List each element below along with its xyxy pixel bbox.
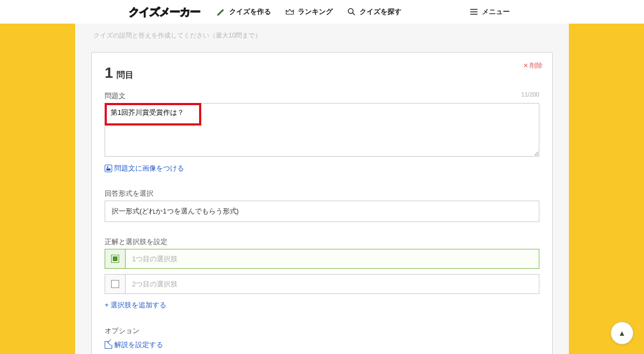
pencil-icon [216,7,226,17]
content-column: クイズの設問と答えを作成してください（最大10問まで） 削除 1 問目 問題文 … [75,24,569,354]
choice-2-input[interactable] [125,274,539,294]
nav-search-quiz[interactable]: クイズを探す [347,7,401,17]
options-label: オプション [105,326,539,336]
set-explanation-label: 解説を設定する [114,340,163,350]
menu-label: メニュー [482,7,510,17]
nav-create-label: クイズを作る [229,7,271,17]
checkbox-icon [111,255,119,263]
question-text-label-row: 問題文 11/200 [105,91,539,101]
nav-search-label: クイズを探す [360,7,401,17]
image-icon [105,165,112,172]
add-choice-button[interactable]: + 選択肢を追加する [105,300,166,310]
choice-1-input[interactable] [125,249,539,269]
page-background: クイズの設問と答えを作成してください（最大10問まで） 削除 1 問目 問題文 … [0,24,644,354]
question-heading: 1 問目 [105,64,539,82]
nav-ranking[interactable]: ランキング [285,7,333,17]
chevron-up-icon: ▲ [618,329,626,337]
question-number-suffix: 問目 [116,70,134,81]
add-image-label: 問題文に画像をつける [114,164,184,173]
primary-nav: クイズを作る ランキング クイズを探す [216,7,401,17]
char-counter: 11/200 [521,91,539,101]
edit-icon [105,341,112,349]
svg-point-0 [348,9,353,13]
logo[interactable]: クイズメーカー [129,5,200,19]
question-textarea-wrap [105,103,539,158]
answer-format-select[interactable]: 択一形式(どれか1つを選んでもらう形式) [105,201,539,222]
question-number: 1 [105,64,113,82]
delete-question-button[interactable]: 削除 [523,61,543,70]
answer-format-label: 回答形式を選択 [105,189,153,198]
nav-create-quiz[interactable]: クイズを作る [216,7,271,17]
question-card: 削除 1 問目 問題文 11/200 問題文に画像をつける [91,52,553,354]
question-text-input[interactable] [105,103,539,157]
menu-button[interactable]: メニュー [469,7,510,17]
search-icon [347,7,356,17]
nav-ranking-label: ランキング [298,7,333,17]
choice-1-correct-toggle[interactable] [105,249,125,269]
choice-row-2 [105,274,539,294]
crown-icon [285,7,295,17]
question-text-label: 問題文 [105,91,126,101]
choice-2-correct-toggle[interactable] [105,274,125,294]
header: クイズメーカー クイズを作る ランキング クイズを探す メニュー [0,0,644,24]
instruction-text: クイズの設問と答えを作成してください（最大10問まで） [93,31,553,40]
choice-row-1 [105,249,539,269]
add-image-link[interactable]: 問題文に画像をつける [105,164,184,173]
scroll-top-button[interactable]: ▲ [611,322,633,344]
choices-label: 正解と選択肢を設定 [105,237,167,247]
hamburger-icon [469,7,479,17]
checkbox-icon [111,280,119,288]
set-explanation-link[interactable]: 解説を設定する [105,340,163,350]
